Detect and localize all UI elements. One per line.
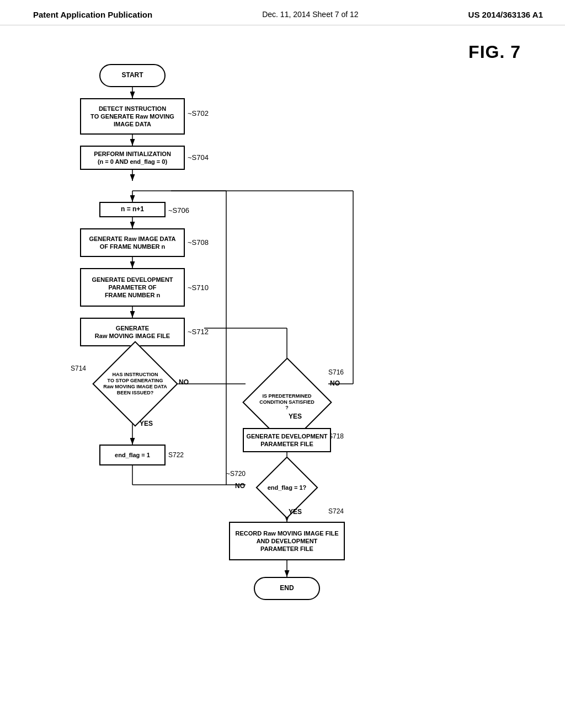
s720-no-label: NO bbox=[235, 482, 245, 490]
s712-box: GENERATE Raw MOVING IMAGE FILE bbox=[80, 318, 185, 346]
header-right: US 2014/363136 A1 bbox=[468, 10, 543, 19]
s720-diamond-text: end_flag = 1? bbox=[262, 484, 312, 491]
start-node: START bbox=[99, 64, 166, 87]
s718-box: GENERATE DEVELOPMENT PARAMETER FILE bbox=[243, 428, 331, 452]
figure-title: FIG. 7 bbox=[468, 42, 521, 62]
s714-no-label: NO bbox=[179, 378, 189, 386]
s722-box: end_flag = 1 bbox=[99, 445, 166, 465]
end-node: END bbox=[254, 577, 320, 600]
s716-diamond: IS PREDETERMINEDCONDITION SATISFIED? bbox=[246, 366, 328, 438]
s724-box: RECORD Raw MOVING IMAGE FILE AND DEVELOP… bbox=[229, 522, 345, 560]
s706-box: n = n+1 bbox=[99, 202, 166, 217]
s714-label: S714 bbox=[71, 365, 86, 372]
s720-diamond: end_flag = 1? bbox=[246, 465, 328, 510]
s702-label: ~S702 bbox=[188, 109, 209, 117]
s714-diamond-text: HAS INSTRUCTIONTO STOP GENERATINGRaw MOV… bbox=[98, 372, 173, 395]
s716-yes-label: YES bbox=[289, 413, 302, 420]
s722-label: S722 bbox=[168, 451, 184, 459]
header-center: Dec. 11, 2014 Sheet 7 of 12 bbox=[262, 10, 358, 19]
s716-no-label: NO bbox=[330, 379, 340, 387]
s710-box: GENERATE DEVELOPMENT PARAMETER OF FRAME … bbox=[80, 268, 185, 307]
page-header: Patent Application Publication Dec. 11, … bbox=[0, 0, 565, 25]
s720-label: ~S720 bbox=[226, 470, 246, 478]
page-content: FIG. 7 bbox=[0, 25, 565, 698]
s706-label: ~S706 bbox=[168, 206, 189, 215]
s714-diamond: HAS INSTRUCTIONTO STOP GENERATINGRaw MOV… bbox=[94, 348, 177, 420]
s704-label: ~S704 bbox=[188, 153, 209, 162]
s708-label: ~S708 bbox=[188, 238, 209, 247]
s714-yes-label: YES bbox=[140, 420, 153, 427]
s704-box: PERFORM INITIALIZATION (n = 0 AND end_fl… bbox=[80, 146, 185, 170]
s720-yes-label: YES bbox=[289, 508, 302, 516]
s724-step-label: S724 bbox=[328, 507, 344, 515]
s710-label: ~S710 bbox=[188, 283, 209, 292]
s716-diamond-text: IS PREDETERMINEDCONDITION SATISFIED? bbox=[254, 393, 319, 411]
s716-label: S716 bbox=[328, 368, 344, 376]
s708-box: GENERATE Raw IMAGE DATA OF FRAME NUMBER … bbox=[80, 228, 185, 257]
header-left: Patent Application Publication bbox=[33, 10, 152, 19]
s712-label: ~S712 bbox=[188, 328, 209, 336]
s702-box: DETECT INSTRUCTION TO GENERATE Raw MOVIN… bbox=[80, 98, 185, 135]
flowchart: START DETECT INSTRUCTION TO GENERATE Raw… bbox=[22, 53, 436, 687]
